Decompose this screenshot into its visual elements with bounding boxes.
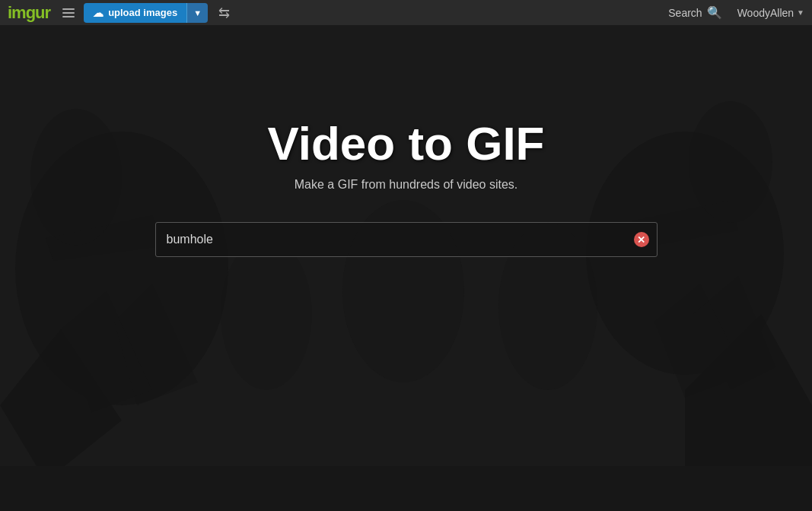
hamburger-menu-button[interactable]	[59, 7, 78, 19]
clear-input-button[interactable]: ✕	[633, 231, 650, 248]
search-icon[interactable]: 🔍	[707, 5, 722, 20]
upload-dropdown-button[interactable]: ▼	[186, 3, 208, 23]
page-subtitle: Make a GIF from hundreds of video sites.	[295, 178, 517, 192]
svg-point-12	[221, 238, 312, 390]
shuffle-button[interactable]: ⇆	[214, 3, 234, 23]
search-label: Search	[668, 7, 702, 19]
url-input-container: ✕	[155, 222, 658, 257]
upload-button-group: ☁ upload images ▼	[84, 3, 208, 23]
video-url-input[interactable]	[155, 222, 658, 257]
navbar: imgur ☁ upload images ▼ ⇆ Search 🔍 Woody…	[0, 0, 812, 25]
logo-area: imgur	[8, 3, 50, 23]
svg-rect-16	[0, 466, 812, 511]
user-menu[interactable]: WoodyAllen ▼	[737, 7, 804, 19]
user-dropdown-icon: ▼	[797, 8, 804, 17]
upload-label: upload images	[108, 7, 177, 18]
chevron-down-icon: ▼	[193, 8, 202, 17]
shuffle-icon: ⇆	[218, 5, 230, 21]
main-content: Video to GIF Make a GIF from hundreds of…	[0, 25, 812, 511]
center-content: Video to GIF Make a GIF from hundreds of…	[0, 116, 812, 257]
page-title: Video to GIF	[268, 116, 545, 170]
search-area: Search 🔍	[668, 5, 721, 20]
logo-text: imgur	[8, 3, 50, 23]
close-icon: ✕	[634, 232, 649, 247]
username-label: WoodyAllen	[737, 7, 794, 19]
cloud-upload-icon: ☁	[93, 7, 103, 19]
upload-main-button[interactable]: ☁ upload images	[84, 3, 186, 23]
silhouette-layer	[0, 25, 812, 511]
